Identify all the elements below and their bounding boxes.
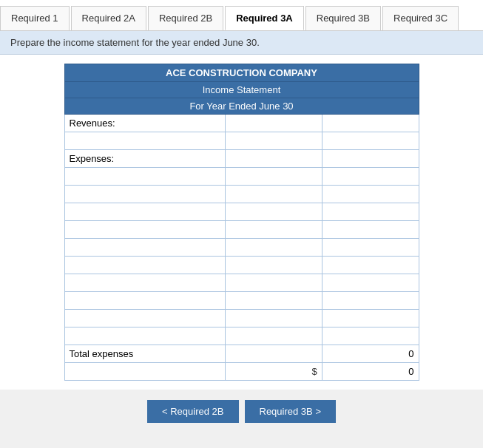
expense-amount-4[interactable] [230, 223, 317, 236]
prev-button-label: < Required 2B [162, 406, 223, 417]
company-name-row: ACE CONSTRUCTION COMPANY [64, 64, 419, 82]
expense-label-7[interactable] [70, 276, 221, 289]
expense-label-9[interactable] [70, 312, 221, 325]
total-expenses-value: 0 [408, 348, 413, 359]
expense-row-3 [64, 203, 419, 221]
expense-row-1 [64, 168, 419, 186]
expense-amount-6[interactable] [230, 259, 317, 271]
expense-row-6 [64, 257, 419, 274]
expenses-amount-header [226, 150, 322, 168]
expense-amount-8[interactable] [230, 294, 317, 307]
expenses-total-header [322, 150, 419, 168]
next-button-label: Required 3B > [260, 406, 321, 417]
expense-amount-1[interactable] [230, 170, 317, 183]
period-row: For Year Ended June 30 [64, 98, 419, 115]
expense-row-2 [64, 186, 419, 203]
main-content: ACE CONSTRUCTION COMPANY Income Statemen… [0, 55, 483, 390]
company-name-cell: ACE CONSTRUCTION COMPANY [64, 64, 419, 82]
expense-amount-9[interactable] [230, 312, 317, 325]
statement-title-cell: Income Statement [64, 82, 419, 98]
expense-amount-7[interactable] [230, 276, 317, 289]
expense-amount-5[interactable] [230, 241, 317, 254]
expense-row-9 [64, 310, 419, 327]
total-expenses-row: Total expenses 0 [64, 345, 419, 363]
revenue-label-input[interactable] [70, 135, 221, 147]
total-expenses-label: Total expenses [64, 345, 226, 363]
expense-amount-2[interactable] [230, 188, 317, 200]
net-income-value: 0 [408, 366, 413, 377]
expense-amount-10[interactable] [230, 330, 317, 342]
expense-row-4 [64, 221, 419, 239]
revenue-input-row [64, 132, 419, 150]
expenses-label-row: Expenses: [64, 150, 419, 168]
expense-label-1[interactable] [70, 170, 221, 183]
expense-row-7 [64, 274, 419, 292]
income-statement-table: ACE CONSTRUCTION COMPANY Income Statemen… [64, 64, 419, 381]
expense-label-6[interactable] [70, 259, 221, 271]
tabs-container: Required 1 Required 2A Required 2B Requi… [0, 0, 483, 31]
tab-required3c[interactable]: Required 3C [382, 6, 459, 30]
nav-buttons: < Required 2B Required 3B > [0, 390, 483, 433]
expense-amount-3[interactable] [230, 206, 317, 218]
tab-required2b[interactable]: Required 2B [148, 6, 223, 30]
tab-required3a[interactable]: Required 3A [225, 6, 304, 30]
expense-row-10 [64, 327, 419, 345]
net-income-label-cell[interactable] [64, 363, 226, 381]
expense-label-4[interactable] [70, 223, 221, 236]
revenues-label-row: Revenues: [64, 115, 419, 132]
statement-title-row: Income Statement [64, 82, 419, 98]
expense-label-3[interactable] [70, 206, 221, 218]
prev-button[interactable]: < Required 2B [147, 400, 238, 423]
next-button[interactable]: Required 3B > [245, 400, 336, 423]
expense-label-10[interactable] [70, 330, 221, 342]
tab-required3b[interactable]: Required 3B [305, 6, 381, 30]
expense-label-5[interactable] [70, 241, 221, 254]
instruction-bar: Prepare the income statement for the yea… [0, 31, 483, 55]
total-expenses-value-cell: 0 [322, 345, 419, 363]
revenue-amount-input[interactable] [230, 135, 317, 147]
net-income-row: $ 0 [64, 363, 419, 381]
revenue-total-input[interactable] [327, 135, 414, 147]
expense-row-5 [64, 239, 419, 257]
expenses-label-cell: Expenses: [64, 150, 226, 168]
net-income-label-input[interactable] [70, 365, 221, 378]
revenue-total-cell[interactable] [322, 132, 419, 150]
net-income-value-cell: 0 [322, 363, 419, 381]
total-expenses-amount-cell [226, 345, 322, 363]
period-cell: For Year Ended June 30 [64, 98, 419, 115]
net-income-dollar-cell: $ [226, 363, 322, 381]
revenues-label-cell: Revenues: [64, 115, 226, 132]
revenues-amount-header [226, 115, 322, 132]
revenue-amount-cell[interactable] [226, 132, 322, 150]
expense-row-8 [64, 292, 419, 310]
dollar-sign: $ [312, 366, 317, 377]
tab-required2a[interactable]: Required 2A [71, 6, 146, 30]
expense-label-8[interactable] [70, 294, 221, 307]
tab-required1[interactable]: Required 1 [0, 6, 70, 30]
expense-label-2[interactable] [70, 188, 221, 200]
revenue-label-input-cell[interactable] [64, 132, 226, 150]
revenues-total-header [322, 115, 419, 132]
